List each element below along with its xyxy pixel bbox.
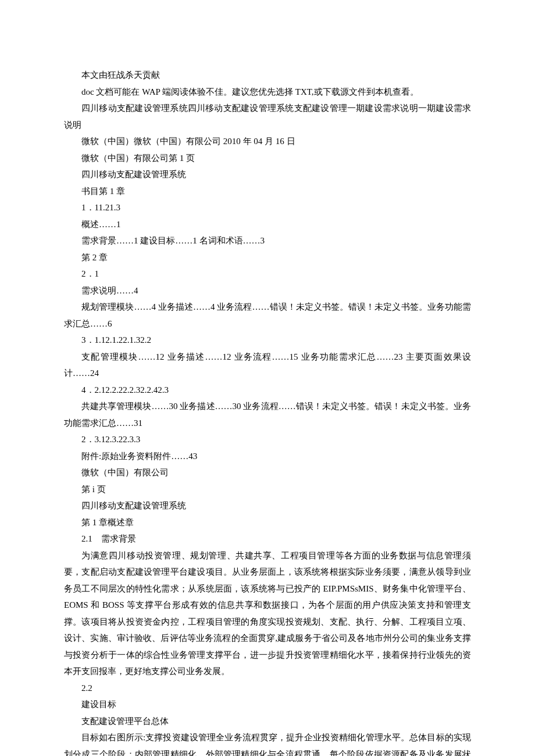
paragraph: 第 i 页 bbox=[64, 481, 471, 498]
paragraph: 微软（中国）微软（中国）有限公司 2010 年 04 月 16 日 bbox=[64, 133, 471, 150]
paragraph: 建设目标 bbox=[64, 696, 471, 713]
paragraph: 四川移动支配建设管理系统 bbox=[64, 497, 471, 514]
paragraph: 2．3.12.3.22.3.3 bbox=[64, 431, 471, 448]
paragraph: 微软（中国）有限公司第 1 页 bbox=[64, 150, 471, 167]
paragraph: 四川移动支配建设管理系统 bbox=[64, 166, 471, 183]
paragraph: 书目第 1 章 bbox=[64, 183, 471, 200]
paragraph: 第 2 章 bbox=[64, 249, 471, 266]
paragraph: 2.2 bbox=[64, 680, 471, 697]
paragraph: 1．11.21.3 bbox=[64, 199, 471, 216]
paragraph: 四川移动支配建设管理系统四川移动支配建设管理系统支配建设管理一期建设需求说明一期… bbox=[64, 100, 471, 133]
paragraph: 支配建设管理平台总体 bbox=[64, 713, 471, 730]
paragraph: 支配管理模块……12 业务描述……12 业务流程……15 业务功能需求汇总……2… bbox=[64, 349, 471, 382]
paragraph: 3．1.12.1.22.1.32.2 bbox=[64, 332, 471, 349]
paragraph: 共建共享管理模块……30 业务描述……30 业务流程……错误！未定义书签。错误！… bbox=[64, 398, 471, 431]
paragraph: 规划管理模块……4 业务描述……4 业务流程……错误！未定义书签。错误！未定义书… bbox=[64, 299, 471, 332]
paragraph: 附件:原始业务资料附件……43 bbox=[64, 448, 471, 465]
document-body: 本文由狂战杀天贡献doc 文档可能在 WAP 端阅读体验不佳。建议您优先选择 T… bbox=[64, 67, 471, 756]
paragraph: 微软（中国）有限公司 bbox=[64, 464, 471, 481]
paragraph: 需求背景……1 建设目标……1 名词和术语……3 bbox=[64, 232, 471, 249]
paragraph: 为满意四川移动投资管理、规划管理、共建共享、工程项目管理等各方面的业务数据与信息… bbox=[64, 547, 471, 680]
paragraph: 本文由狂战杀天贡献 bbox=[64, 67, 471, 84]
paragraph: 需求说明……4 bbox=[64, 282, 471, 299]
paragraph: 概述……1 bbox=[64, 216, 471, 233]
paragraph: 2.1 需求背景 bbox=[64, 531, 471, 547]
paragraph: 2．1 bbox=[64, 266, 471, 282]
paragraph: 第 1 章概述章 bbox=[64, 514, 471, 531]
paragraph: doc 文档可能在 WAP 端阅读体验不佳。建议您优先选择 TXT,或下载源文件… bbox=[64, 84, 471, 101]
paragraph: 目标如右图所示:支撑投资建设管理全业务流程贯穿，提升企业投资精细化管理水平。总体… bbox=[64, 729, 471, 756]
paragraph: 4．2.12.2.22.2.32.2.42.3 bbox=[64, 382, 471, 399]
